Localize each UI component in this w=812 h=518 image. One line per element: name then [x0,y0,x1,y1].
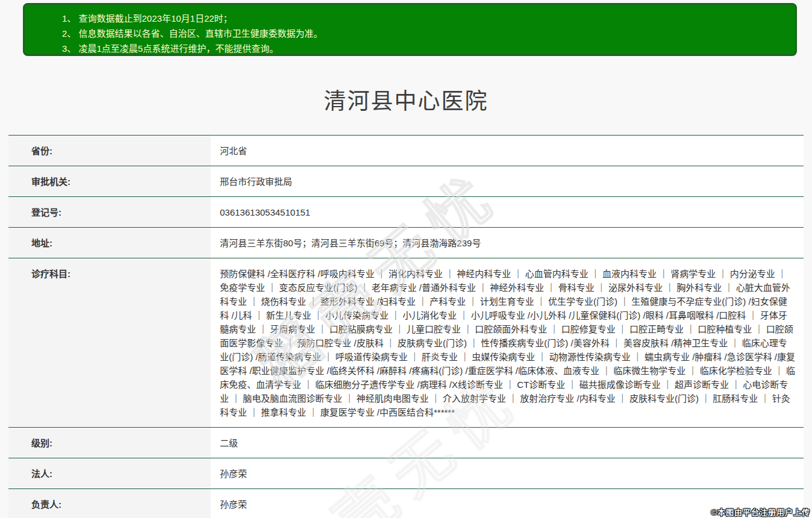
table-row-province: 省份: 河北省 [8,136,804,166]
row-value: 二级 [211,428,804,458]
table-row-registration-number: 登记号: 036136130534510151 [8,197,804,228]
table-row-approval-authority: 审批机关: 邢台市行政审批局 [8,166,804,197]
row-label: 负责人: [8,489,211,518]
row-value: 邢台市行政审批局 [211,166,804,196]
row-value: 036136130534510151 [211,197,804,227]
row-value: 孙彦荣 [211,458,804,488]
row-label: 诊疗科目: [8,258,211,427]
row-label: 法人: [8,458,211,488]
row-label: 级别: [8,428,211,458]
notice-line-3: 3、 凌晨1点至凌晨5点系统进行维护，不能提供查询。 [62,41,783,56]
row-value: 清河县三羊东街80号；清河县三羊东街69号；清河县渤海路239号 [211,228,804,258]
row-value: 预防保健科 /全科医疗科 /呼吸内科专业 ｜ 消化内科专业 ｜ 神经内科专业 ｜… [211,258,804,427]
table-row-medical-subjects: 诊疗科目: 预防保健科 /全科医疗科 /呼吸内科专业 ｜ 消化内科专业 ｜ 神经… [8,258,804,428]
row-label: 登记号: [8,197,211,227]
notice-banner: 1、 查询数据截止到2023年10月1日22时； 2、 信息数据结果以各省、自治… [23,3,797,56]
table-row-level: 级别: 二级 [8,428,804,458]
notice-line-1: 1、 查询数据截止到2023年10月1日22时； [62,11,783,26]
notice-line-2: 2、 信息数据结果以各省、自治区、直辖市卫生健康委数据为准。 [62,26,783,41]
page-title: 清河县中心医院 [8,83,804,116]
hospital-info-table: 省份: 河北省 审批机关: 邢台市行政审批局 登记号: 036136130534… [8,135,804,518]
table-row-legal-person: 法人: 孙彦荣 [8,458,804,489]
row-value: 河北省 [211,136,804,166]
row-label: 地址: [8,228,211,258]
row-label: 省份: [8,136,211,166]
upload-credit-text: ©本图由平台注册用户上传 [711,506,810,517]
table-row-address: 地址: 清河县三羊东街80号；清河县三羊东街69号；清河县渤海路239号 [8,228,804,258]
row-label: 审批机关: [8,166,211,196]
table-row-person-in-charge: 负责人: 孙彦荣 [8,489,804,518]
